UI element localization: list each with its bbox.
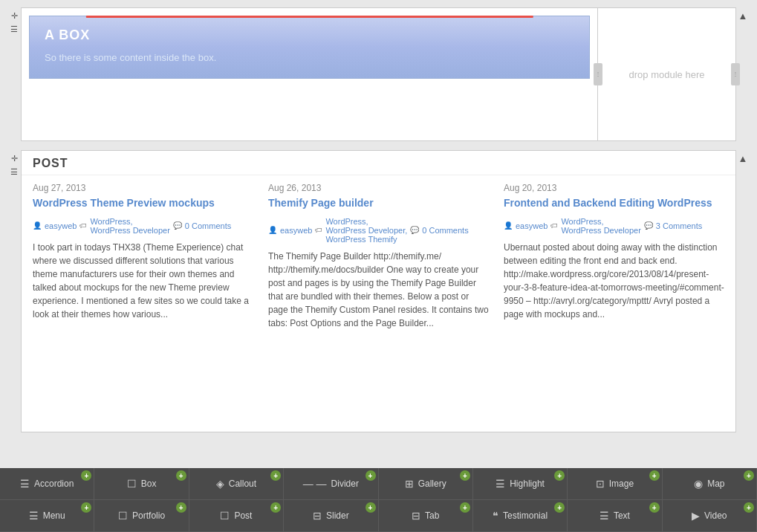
box-module-drag-handle[interactable] — [85, 16, 533, 18]
author-icon-1: 👤 — [33, 221, 42, 230]
post-comments-1[interactable]: 0 Comments — [185, 221, 231, 230]
toolbar-box[interactable]: ☐ Box + — [94, 468, 189, 500]
post-add-btn[interactable]: + — [270, 502, 281, 513]
accordion-icon: ☰ — [20, 478, 30, 490]
toolbar-testimonial[interactable]: ❝ Testimonial + — [473, 500, 568, 532]
author-icon-2: 👤 — [268, 226, 277, 234]
toolbar-divider[interactable]: ― ― Divider + — [284, 468, 378, 500]
toolbar-highlight[interactable]: ☰ Highlight + — [473, 468, 568, 500]
post-comments-2[interactable]: 0 Comments — [422, 226, 468, 235]
box-icon: ☐ — [127, 478, 137, 490]
toolbar-accordion[interactable]: ☰ Accordion + — [0, 468, 94, 500]
toolbar-menu[interactable]: ☰ Menu + — [0, 500, 94, 532]
menu-add-btn[interactable]: + — [81, 502, 91, 513]
video-icon: ▶ — [692, 510, 700, 522]
post-meta-2: 👤 easyweb 🏷 WordPress,WordPress Develope… — [268, 217, 489, 244]
post-categories-3: WordPress,WordPress Developer — [561, 217, 640, 235]
box-row-handle[interactable]: ✛ ☰ — [7, 7, 21, 34]
text-icon: ☰ — [600, 510, 609, 522]
accordion-label: Accordion — [34, 479, 74, 489]
testimonial-icon: ❝ — [493, 510, 498, 522]
post-label: Post — [234, 510, 252, 521]
video-add-btn[interactable]: + — [744, 502, 754, 513]
menu-label: Menu — [43, 510, 65, 521]
post-move-icon[interactable]: ✛ — [9, 153, 19, 163]
comments-icon-1: 💬 — [173, 221, 182, 230]
image-icon: ⊡ — [596, 478, 605, 490]
post-author-2[interactable]: easyweb — [280, 226, 312, 235]
post-item-1: Aug 27, 2013 WordPress Theme Preview moc… — [33, 183, 253, 330]
map-icon: ◉ — [694, 478, 703, 490]
toolbar-slider[interactable]: ⊟ Slider + — [284, 500, 378, 532]
tab-add-btn[interactable]: + — [460, 502, 470, 513]
comments-icon-2: 💬 — [410, 226, 419, 234]
box-label: Box — [141, 479, 157, 489]
divider-add-btn[interactable]: + — [365, 470, 376, 481]
post-categories-1: WordPress,WordPress Developer — [90, 217, 169, 235]
post-title-3[interactable]: Frontend and Backend Editing WordPress — [504, 196, 724, 211]
post-comments-3[interactable]: 3 Comments — [656, 221, 702, 230]
divider-label: Divider — [331, 479, 359, 489]
gallery-add-btn[interactable]: + — [460, 470, 470, 481]
menu-icon[interactable]: ☰ — [9, 24, 19, 34]
box-module-title: A BOX — [45, 27, 574, 43]
resize-dots: ⋮ — [595, 71, 601, 77]
post-excerpt-1: I took part in todays THX38 (Theme Exper… — [33, 241, 253, 321]
map-add-btn[interactable]: + — [744, 470, 754, 481]
toolbar-post[interactable]: ☐ Post + — [189, 500, 284, 532]
menu-toolbar-icon: ☰ — [29, 510, 39, 522]
column-resize-left[interactable]: ⋮ — [594, 63, 602, 85]
post-row-shrink[interactable]: ▲ — [736, 150, 750, 164]
box-module: A BOX So there is some content inside th… — [29, 16, 590, 79]
post-section-title: POST — [33, 157, 68, 170]
author-icon-3: 👤 — [504, 221, 513, 230]
image-add-btn[interactable]: + — [649, 470, 660, 481]
drop-module-label: drop module here — [629, 69, 705, 80]
slider-label: Slider — [326, 510, 349, 521]
post-row-handle[interactable]: ✛ ☰ — [7, 150, 21, 177]
image-label: Image — [609, 479, 634, 489]
category-icon-2: 🏷 — [315, 226, 322, 234]
callout-add-btn[interactable]: + — [270, 470, 281, 481]
post-title-2[interactable]: Themify Page builder — [268, 196, 489, 211]
drop-zone-column[interactable]: ⋮ drop module here ⋮ — [598, 8, 735, 140]
toolbar-image[interactable]: ⊡ Image + — [568, 468, 662, 500]
post-author-1[interactable]: easyweb — [45, 221, 77, 230]
toolbar-gallery[interactable]: ⊞ Gallery + — [379, 468, 473, 500]
box-add-btn[interactable]: + — [176, 470, 186, 481]
toolbar-text[interactable]: ☰ Text + — [568, 500, 662, 532]
toolbar: ☰ Accordion + ☐ Box + ◈ Callout + ― ― Di… — [0, 468, 757, 532]
post-menu-icon[interactable]: ☰ — [9, 166, 19, 177]
post-date-1: Aug 27, 2013 — [33, 183, 253, 193]
toolbar-map[interactable]: ◉ Map + — [663, 468, 757, 500]
slider-add-btn[interactable]: + — [365, 502, 376, 513]
testimonial-add-btn[interactable]: + — [554, 502, 565, 513]
post-meta-1: 👤 easyweb 🏷 WordPress,WordPress Develope… — [33, 217, 253, 235]
post-toolbar-icon: ☐ — [220, 510, 230, 522]
video-label: Video — [704, 510, 727, 521]
toolbar-tab[interactable]: ⊟ Tab + — [379, 500, 473, 532]
post-author-3[interactable]: easyweb — [516, 221, 548, 230]
post-meta-3: 👤 easyweb 🏷 WordPress,WordPress Develope… — [504, 217, 724, 235]
post-title-1[interactable]: WordPress Theme Preview mockups — [33, 196, 253, 211]
divider-icon: ― ― — [303, 478, 327, 490]
move-icon[interactable]: ✛ — [9, 10, 19, 21]
portfolio-add-btn[interactable]: + — [176, 502, 186, 513]
column-resize-right[interactable]: ⋮ — [731, 63, 740, 85]
highlight-add-btn[interactable]: + — [554, 470, 565, 481]
category-icon-3: 🏷 — [550, 221, 558, 230]
text-label: Text — [614, 510, 630, 521]
map-label: Map — [707, 479, 724, 489]
post-date-2: Aug 26, 2013 — [268, 183, 489, 193]
box-row-shrink[interactable]: ▲ — [736, 7, 750, 22]
portfolio-label: Portfolio — [132, 510, 165, 521]
text-add-btn[interactable]: + — [649, 502, 660, 513]
post-date-3: Aug 20, 2013 — [504, 183, 724, 193]
toolbar-row-1: ☰ Accordion + ☐ Box + ◈ Callout + ― ― Di… — [0, 468, 757, 500]
toolbar-portfolio[interactable]: ☐ Portfolio + — [94, 500, 189, 532]
toolbar-video[interactable]: ▶ Video + — [663, 500, 757, 532]
category-icon-1: 🏷 — [79, 221, 87, 230]
toolbar-callout[interactable]: ◈ Callout + — [189, 468, 284, 500]
highlight-icon: ☰ — [496, 478, 505, 490]
accordion-add-btn[interactable]: + — [81, 470, 91, 481]
